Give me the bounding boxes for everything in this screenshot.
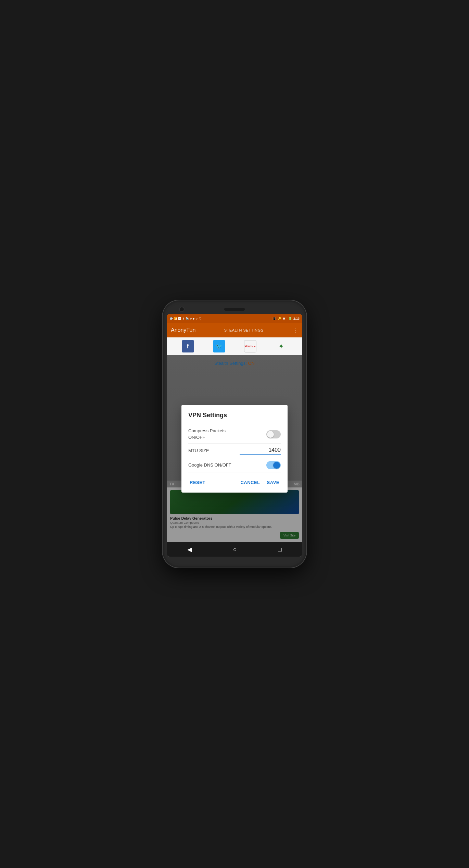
clock: 2:13 (293, 317, 300, 320)
status-bar: 💬 📶 🅽 ⬇ 📡 P ▶ ▷ 🛡 📳 🔑 H⁺ 🔋 2:13 (167, 314, 302, 323)
twitter-icon[interactable]: 🐦 (213, 340, 225, 352)
dialog-right-buttons: CANCEL SAVE (239, 478, 281, 487)
paypal-icon: P (190, 317, 192, 320)
battery-icon: 🔋 (288, 317, 292, 320)
play1-icon: ▶ (193, 317, 195, 320)
dialog-title: VPN Settings (188, 412, 281, 419)
google-dns-label: Google DNS ON/OFF (188, 462, 231, 468)
shield-icon: 🛡 (199, 317, 202, 320)
status-bar-right: 📳 🔑 H⁺ 🔋 2:13 (272, 317, 300, 320)
social-icons-row: f 🐦 You Tube ✦ (167, 337, 302, 355)
status-bar-left: 💬 📶 🅽 ⬇ 📡 P ▶ ▷ 🛡 (169, 317, 202, 320)
share-icon[interactable]: ✦ (275, 340, 288, 352)
vpn-settings-dialog: VPN Settings Compress Packets ON/OFF MTU… (181, 405, 288, 492)
mtu-size-input[interactable] (240, 447, 281, 455)
app-bar-subtitle: STEALTH SETTINGS (224, 328, 264, 332)
facebook-icon[interactable]: f (182, 340, 194, 352)
dialog-overlay: VPN Settings Compress Packets ON/OFF MTU… (167, 355, 302, 542)
compress-packets-toggle[interactable] (266, 430, 281, 438)
dns-toggle-thumb (273, 462, 280, 469)
compress-packets-label: Compress Packets ON/OFF (188, 428, 243, 440)
google-dns-row: Google DNS ON/OFF (188, 458, 281, 472)
earpiece-speaker (224, 308, 245, 311)
vpn-key-icon: 🔑 (278, 317, 281, 320)
play2-icon: ▷ (196, 317, 198, 320)
phone-screen: 💬 📶 🅽 ⬇ 📡 P ▶ ▷ 🛡 📳 🔑 H⁺ 🔋 2:13 AnonyTun (167, 314, 302, 557)
mtu-size-label: MTU SIZE (188, 448, 209, 453)
back-button[interactable]: ◀ (183, 544, 196, 555)
h-signal-icon: H⁺ (283, 317, 287, 320)
home-button[interactable]: ○ (229, 545, 241, 555)
content-area: Stealth Settings: ON TX MB Pulse Delay G… (167, 355, 302, 542)
mtu-input-wrapper (240, 447, 281, 455)
phone-frame: 💬 📶 🅽 ⬇ 📡 P ▶ ▷ 🛡 📳 🔑 H⁺ 🔋 2:13 AnonyTun (163, 300, 306, 568)
compress-packets-row: Compress Packets ON/OFF (188, 425, 281, 443)
app-bar: AnonyTun STEALTH SETTINGS ⋮ (167, 323, 302, 337)
recent-apps-button[interactable]: □ (274, 545, 286, 555)
app-title: AnonyTun (171, 327, 195, 333)
n-icon: 🅽 (178, 317, 181, 320)
phone-top-bar (167, 305, 302, 314)
youtube-icon[interactable]: You Tube (244, 340, 256, 352)
cancel-button[interactable]: CANCEL (239, 478, 261, 487)
dialog-buttons: RESET CANCEL SAVE (188, 478, 281, 487)
compress-toggle-thumb (267, 431, 274, 438)
vibrate-icon: 📳 (272, 317, 276, 320)
signal-icon: 📶 (174, 317, 177, 320)
app-menu-button[interactable]: ⋮ (292, 326, 298, 334)
whatsapp-icon: 💬 (169, 317, 173, 320)
google-dns-toggle[interactable] (266, 461, 281, 469)
front-camera (179, 307, 185, 312)
wifi-icon: 📡 (186, 317, 189, 320)
mtu-size-row: MTU SIZE (188, 444, 281, 458)
bottom-nav: ◀ ○ □ (167, 542, 302, 557)
phone-bottom-bar (167, 557, 302, 563)
reset-button[interactable]: RESET (188, 478, 207, 487)
save-button[interactable]: SAVE (266, 478, 281, 487)
download-icon: ⬇ (182, 317, 185, 320)
